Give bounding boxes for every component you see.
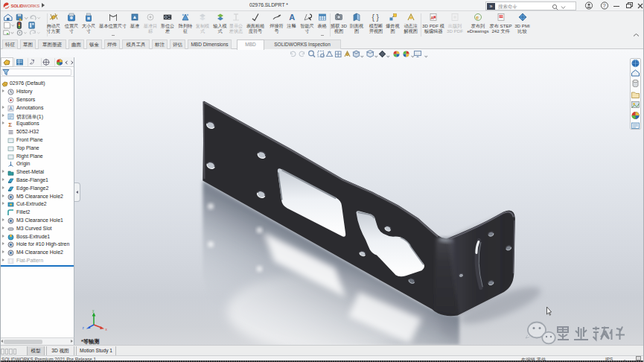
svg-text:{ }: { }	[372, 13, 380, 22]
svg-text:e: e	[476, 15, 479, 20]
svg-text:Σ: Σ	[8, 121, 12, 128]
svg-text:A: A	[289, 13, 295, 22]
svg-text:A: A	[9, 106, 13, 111]
svg-text:?: ?	[603, 2, 606, 9]
svg-text:242: 242	[499, 15, 503, 18]
svg-text:A: A	[431, 16, 434, 20]
svg-text:*等轴测: *等轴测	[81, 338, 99, 345]
svg-text:SOLIDWORKS: SOLIDWORKS	[11, 4, 40, 8]
